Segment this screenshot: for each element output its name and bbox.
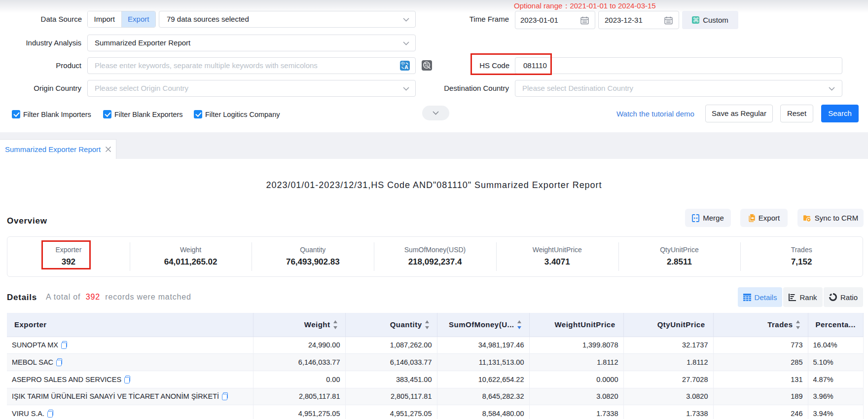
svg-text:A: A [404, 64, 408, 70]
